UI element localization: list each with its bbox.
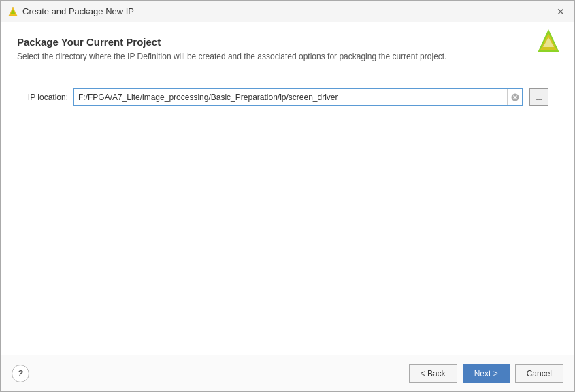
help-button[interactable]: ? [12, 365, 29, 382]
dialog-window: Create and Package New IP ✕ Package Your… [0, 0, 575, 392]
logo-area [536, 28, 561, 57]
app-icon [7, 6, 18, 17]
ip-location-browse-button[interactable]: ... [529, 88, 548, 106]
back-button[interactable]: < Back [409, 364, 457, 383]
main-content: Package Your Current Project Select the … [1, 22, 574, 355]
ip-location-label: IP location: [17, 93, 68, 102]
close-button[interactable]: ✕ [554, 5, 568, 18]
footer-left: ? [12, 365, 29, 382]
title-bar: Create and Package New IP ✕ [1, 1, 574, 22]
ip-location-clear-button[interactable] [507, 89, 522, 105]
page-title: Package Your Current Project [17, 36, 558, 48]
title-bar-left: Create and Package New IP [7, 6, 134, 17]
dialog-title: Create and Package New IP [22, 6, 134, 16]
ip-location-row: IP location: ... [17, 88, 558, 106]
next-button[interactable]: Next > [463, 364, 510, 383]
page-subtitle: Select the directory where the IP Defini… [17, 52, 558, 61]
vivado-logo-icon [536, 28, 561, 55]
ip-location-input-wrapper [73, 88, 523, 106]
clear-icon [511, 93, 519, 101]
footer-right: < Back Next > Cancel [409, 364, 563, 383]
ip-location-input[interactable] [74, 89, 507, 105]
cancel-button[interactable]: Cancel [515, 364, 563, 383]
footer: ? < Back Next > Cancel [1, 355, 574, 391]
